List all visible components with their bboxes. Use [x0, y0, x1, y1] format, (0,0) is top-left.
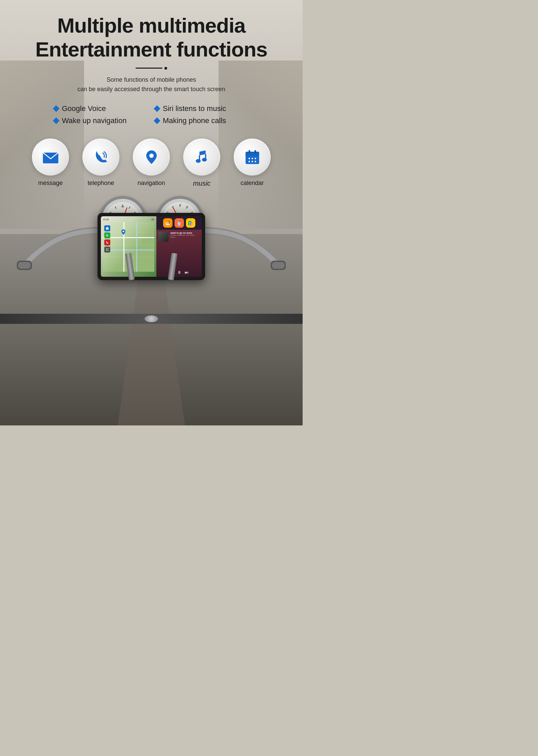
message-label: message [38, 180, 63, 187]
svg-point-70 [108, 250, 108, 251]
feature-phone-calls: Making phone calls [155, 116, 249, 125]
title-divider [17, 67, 286, 70]
svg-rect-20 [272, 262, 284, 269]
drinks-app-icon: 🥤 [175, 218, 184, 228]
diamond-icon [154, 117, 160, 124]
svg-point-68 [108, 249, 108, 249]
feature-wake-navigation: Wake up navigation [54, 116, 148, 125]
icon-item-message: message [29, 139, 72, 187]
svg-rect-16 [254, 150, 256, 153]
svg-text:5: 5 [180, 203, 181, 206]
album-art [158, 232, 168, 242]
status-bar: 10:30 4G [103, 218, 154, 221]
svg-rect-8 [245, 154, 259, 156]
svg-text:60: 60 [121, 205, 124, 209]
forward-button[interactable]: ⏭ [185, 270, 189, 275]
svg-point-11 [255, 158, 256, 159]
features-grid: Google Voice Siri listens to music Wake … [47, 104, 256, 125]
icon-item-navigation: navigation [129, 139, 173, 187]
calendar-label: calendar [240, 180, 264, 187]
phone-app-icon [104, 239, 110, 245]
map-pin-icon [121, 229, 125, 235]
hero-title-block: Multiple multimedia Entertainment functi… [17, 13, 286, 62]
svg-rect-18 [18, 262, 31, 269]
apps-grid-icon [104, 247, 110, 253]
handlebars-area: 20 60 100 40 80 120 140 km/h [17, 193, 286, 307]
function-icons-row: message telephone [17, 139, 286, 187]
screen-mount-area: 10:30 4G [125, 247, 178, 280]
svg-point-1 [149, 153, 154, 158]
feature-label-google-voice: Google Voice [62, 104, 106, 113]
subtitle-line2: can be easily accessed through the smart… [77, 86, 225, 92]
telephone-label: telephone [87, 180, 114, 187]
svg-point-4 [196, 159, 201, 163]
music-player-panel: want to go no more Cherly Lownoise, Re-S… [156, 230, 202, 277]
diamond-icon [53, 117, 60, 124]
svg-point-66 [123, 230, 124, 232]
maps-icon-svg [105, 226, 109, 230]
screen-display: 10:30 4G [101, 216, 202, 277]
carplay-screen-device[interactable]: 10:30 4G [98, 213, 205, 280]
svg-point-67 [106, 249, 107, 249]
subtitle: Some functions of mobile phones can be e… [17, 75, 286, 95]
bottom-chrome-detail [145, 315, 158, 322]
song-artist: Cherly Lownoise, Re-Style, Ricar... [170, 234, 200, 238]
music-controls[interactable]: ⏮ ⏸ ⏭ [158, 270, 200, 275]
map-grid-2 [103, 244, 154, 245]
navigation-icon-circle [133, 139, 170, 176]
title-line2: Entertainment functions [35, 38, 267, 61]
icon-item-telephone: telephone [79, 139, 123, 187]
app-icons-row: 🍜 🥤 🛍️ [156, 216, 202, 230]
waze-app-icon: K [104, 232, 110, 238]
telephone-icon-circle [82, 139, 119, 176]
screen-time: 10:30 [103, 218, 109, 221]
page-content: Multiple multimedia Entertainment functi… [0, 0, 303, 314]
shopping-app-icon: 🛍️ [186, 218, 195, 228]
diamond-icon [154, 105, 160, 112]
navigation-label: navigation [138, 180, 165, 187]
phone-app-svg [106, 241, 109, 244]
envelope-icon [41, 148, 60, 166]
feature-siri-music: Siri listens to music [155, 104, 249, 113]
calendar-icon-circle [234, 139, 271, 176]
svg-point-14 [255, 161, 256, 162]
location-icon [142, 148, 161, 166]
music-note-icon [193, 148, 211, 166]
bottom-bar [0, 314, 303, 324]
music-label: music [193, 180, 210, 187]
maps-app-icon [104, 225, 110, 231]
song-details: want to go no more Cherly Lownoise, Re-S… [170, 232, 200, 238]
music-info: want to go no more Cherly Lownoise, Re-S… [158, 232, 200, 242]
motorcycle-dashboard-section: 20 60 100 40 80 120 140 km/h [17, 193, 286, 307]
calendar-icon [243, 148, 262, 166]
svg-point-12 [248, 161, 250, 162]
svg-point-69 [106, 250, 107, 251]
icon-item-calendar: calendar [230, 139, 274, 187]
map-grid-1 [103, 232, 154, 232]
page-wrapper: Multiple multimedia Entertainment functi… [0, 0, 303, 425]
song-title: want to go no more [170, 232, 200, 234]
map-pin [121, 229, 125, 236]
map-road-2 [103, 250, 154, 251]
diamond-icon [53, 105, 60, 112]
feature-label-wake-nav: Wake up navigation [62, 116, 126, 125]
pause-button[interactable]: ⏸ [177, 270, 181, 275]
screen-right-panel: 🍜 🥤 🛍️ want to go no more [156, 216, 202, 277]
divider-dot [164, 67, 167, 70]
music-icon-circle [183, 139, 220, 176]
hero-title: Multiple multimedia Entertainment functi… [17, 13, 286, 62]
feature-google-voice: Google Voice [54, 104, 148, 113]
feature-label-phone-calls: Making phone calls [163, 116, 226, 125]
message-icon-circle [32, 139, 69, 176]
svg-rect-15 [248, 150, 250, 153]
screen-signal: 4G [151, 218, 154, 221]
svg-point-5 [202, 158, 207, 161]
map-road-1 [103, 237, 154, 238]
title-line1: Multiple multimedia [57, 14, 245, 37]
phone-icon [92, 148, 110, 166]
divider-line [136, 68, 162, 69]
icon-item-music: music [180, 139, 224, 187]
subtitle-line1: Some functions of mobile phones [107, 76, 196, 83]
svg-point-9 [248, 158, 250, 159]
map-road-4 [136, 222, 137, 272]
